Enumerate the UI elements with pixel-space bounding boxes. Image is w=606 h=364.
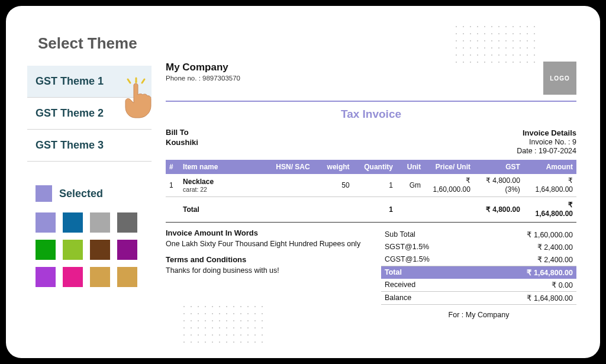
logo-placeholder: LOGO (543, 62, 576, 95)
amount-in-words-label: Invoice Amount In Words (166, 228, 369, 237)
accent-divider (166, 101, 576, 102)
color-swatch[interactable] (117, 212, 137, 233)
col-weight: weight (316, 160, 353, 174)
cell-idx: 1 (166, 174, 179, 197)
color-swatch-grid (36, 212, 152, 287)
amount-in-words: One Lakh Sixty Four Thousand Eight Hundr… (166, 240, 369, 248)
color-swatch[interactable] (63, 212, 83, 233)
received-label: Received (381, 279, 478, 292)
items-total-row: Total 1 ₹ 4,800.00 ₹ 1,64,800.00 (166, 197, 576, 222)
balance-value: ₹ 1,64,800.00 (478, 291, 577, 304)
grand-total-value: ₹ 1,64,800.00 (478, 266, 577, 279)
theme-option-2[interactable]: GST Theme 2 (27, 98, 152, 130)
cell-amount: ₹ 1,64,800.00 (524, 174, 576, 197)
company-phone: Phone no. : 9897303570 (166, 75, 240, 82)
terms-label: Terms and Conditions (166, 255, 369, 264)
total-amount: ₹ 1,64,800.00 (524, 197, 576, 222)
theme-option-label: GST Theme 2 (36, 107, 104, 119)
col-qty: Quantity (353, 160, 397, 174)
invoice-number: Invoice No. : 9 (517, 138, 576, 146)
summary-table: Sub Total₹ 1,60,000.00 SGST@1.5%₹ 2,400.… (381, 228, 576, 305)
terms-text: Thanks for doing business with us! (166, 266, 369, 275)
total-label: Total (179, 197, 272, 222)
col-unit: Unit (397, 160, 424, 174)
selected-color-indicator (36, 185, 52, 202)
invoice-date: Date : 19-07-2024 (517, 147, 576, 155)
cgst-value: ₹ 2,400.00 (478, 253, 577, 266)
color-swatch[interactable] (90, 240, 110, 260)
table-row: 1 Necklace carat: 22 50 1 Gm ₹ 1,6 (166, 174, 576, 197)
subtotal-value: ₹ 1,60,000.00 (478, 228, 577, 241)
cgst-label: CGST@1.5% (381, 253, 478, 266)
cell-gst: ₹ 4,800.00 (3%) (474, 174, 524, 197)
total-gst: ₹ 4,800.00 (474, 197, 524, 222)
cell-qty: 1 (353, 174, 397, 197)
selected-label: Selected (59, 188, 103, 200)
color-swatch[interactable] (63, 267, 83, 287)
bill-to-label: Bill To (166, 128, 198, 137)
customer-name: Koushiki (166, 138, 198, 147)
received-value: ₹ 0.00 (478, 279, 577, 292)
items-table: # Item name HSN/ SAC weight Quantity Uni… (166, 160, 576, 223)
color-swatch[interactable] (117, 267, 137, 287)
color-swatch[interactable] (90, 212, 110, 233)
cell-unit: Gm (397, 174, 424, 197)
grand-total-label: Total (381, 266, 478, 279)
theme-option-label: GST Theme 1 (36, 75, 104, 87)
subtotal-label: Sub Total (381, 228, 478, 241)
color-swatch[interactable] (117, 240, 137, 260)
total-qty: 1 (353, 197, 397, 222)
color-swatch[interactable] (36, 240, 56, 260)
sgst-label: SGST@1.5% (381, 241, 478, 253)
theme-option-label: GST Theme 3 (36, 139, 104, 151)
color-swatch[interactable] (90, 267, 110, 287)
cell-weight: 50 (316, 174, 353, 197)
for-company: For : My Company (381, 311, 576, 319)
col-amount: Amount (524, 160, 576, 174)
cell-price: ₹ 1,60,000.00 (424, 174, 474, 197)
col-gst: GST (474, 160, 524, 174)
cell-hsn (272, 174, 315, 197)
theme-sidebar: Select Theme GST Theme 1 (27, 26, 152, 344)
col-price: Price/ Unit (424, 160, 474, 174)
balance-label: Balance (381, 291, 478, 304)
cell-name: Necklace carat: 22 (179, 174, 272, 197)
theme-option-1[interactable]: GST Theme 1 (27, 66, 152, 98)
col-idx: # (166, 160, 179, 174)
company-name: My Company (166, 62, 240, 73)
sidebar-title: Select Theme (38, 34, 152, 53)
invoice-preview: My Company Phone no. : 9897303570 LOGO T… (166, 26, 576, 344)
theme-option-3[interactable]: GST Theme 3 (27, 130, 152, 162)
color-swatch[interactable] (36, 267, 56, 287)
color-swatch[interactable] (63, 240, 83, 260)
invoice-title: Tax Invoice (166, 108, 576, 121)
col-name: Item name (179, 160, 272, 174)
col-hsn: HSN/ SAC (272, 160, 315, 174)
invoice-details-label: Invoice Details (517, 128, 576, 137)
color-swatch[interactable] (36, 212, 56, 233)
sgst-value: ₹ 2,400.00 (478, 241, 577, 253)
